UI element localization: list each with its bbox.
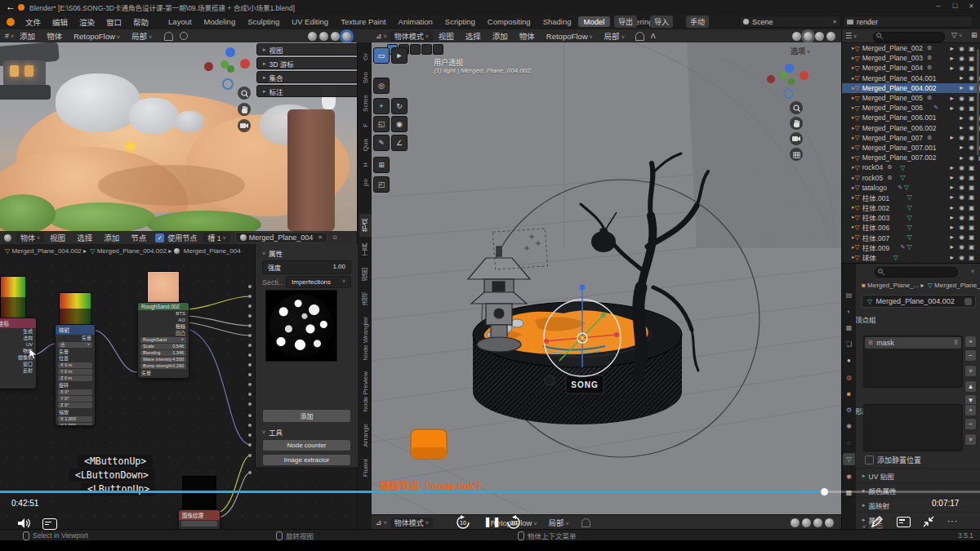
selectable-icon[interactable]: ► (959, 124, 964, 131)
danmaku-toggle-icon[interactable] (42, 518, 57, 530)
node-output-socket[interactable]: 粗糙 (138, 323, 189, 330)
outliner-row[interactable]: ▸ ▽ tatalogo ⚙ ✎ ▽ ► ◉ ▣ (842, 183, 980, 193)
node-input-socket[interactable]: 矢量 (138, 370, 189, 376)
annotate-tool-button[interactable]: ✎ (373, 135, 390, 151)
more-options-icon[interactable]: ··· (947, 517, 958, 526)
vector-field[interactable]: X 1.000 (58, 416, 92, 422)
danmaku-edit-icon[interactable] (871, 516, 883, 531)
outliner-row[interactable]: ▸ ▽ 球体 ⚙ ✎ ▽ ► ◉ ▣ (842, 252, 980, 262)
outliner-row[interactable]: ▸ ▽ Merged_Plane_007 ⚙ ✎ ▽ ► ◉ ▣ (842, 133, 980, 143)
hide-render-icon[interactable]: ▣ (969, 164, 974, 171)
tab-render[interactable]: ◐ (843, 305, 855, 318)
cursor-3d-tool-button[interactable]: ◎ (373, 78, 390, 94)
tab-physics[interactable]: ◌ (843, 437, 855, 449)
hide-render-icon[interactable]: ▣ (969, 134, 974, 141)
shading-solid-icon[interactable] (802, 518, 811, 527)
proportional-edit-icon[interactable] (180, 32, 188, 40)
selectable-icon[interactable]: ► (949, 204, 955, 211)
zoom-button[interactable] (790, 101, 803, 114)
pan-hand-button[interactable] (790, 117, 803, 130)
viewport-3d[interactable]: SONG (372, 42, 841, 514)
selectable-icon[interactable]: ► (949, 45, 955, 52)
mesh-data-name-field[interactable]: ▽ Merged_Plane_004.002 (862, 295, 976, 308)
shader-sidebar-tab[interactable]: Arrange (360, 419, 371, 451)
tool-button[interactable]: Node counter (262, 439, 351, 451)
outliner-row[interactable]: ▸ ▽ 柱体.001 ⚙ ✎ ▽ ► ◉ ▣ (842, 193, 980, 202)
orientation-selector[interactable]: 局部˅ (543, 517, 575, 528)
outliner-row[interactable]: ▸ ▽ 柱体.007 ⚙ ✎ ▽ ► ◉ ▣ (842, 233, 980, 242)
hide-viewport-icon[interactable]: ◉ (959, 193, 964, 201)
hide-viewport-icon[interactable]: ◉ (959, 134, 964, 141)
hide-render-icon[interactable]: ▣ (969, 214, 974, 221)
viewport-menu-item[interactable]: 选择 (460, 30, 487, 42)
selectable-icon[interactable]: ► (949, 55, 955, 62)
outliner-row[interactable]: ▸ ▽ Merged_Plane_007.002 ⚙ ✎ ▽ ► ◉ ▣ (842, 153, 980, 162)
workspace-tab[interactable]: Compositing (482, 16, 537, 27)
vector-field[interactable]: Z 0 m (58, 375, 92, 381)
shader-menu-item[interactable]: 视图 (44, 232, 71, 243)
shading-material-icon[interactable] (815, 32, 824, 41)
viewport-menu-item[interactable]: 视图 (433, 30, 460, 42)
forward-30-button[interactable]: 30 (506, 515, 521, 533)
menu-item[interactable]: 编辑 (47, 16, 74, 28)
viewport-menu-item[interactable]: 物体 (514, 30, 541, 42)
tab-particles[interactable]: ✱ (843, 420, 855, 433)
shrink-player-icon[interactable] (923, 516, 934, 531)
menu-item[interactable]: 窗口 (100, 16, 127, 28)
selectable-icon[interactable]: ► (949, 134, 955, 141)
outliner-row[interactable]: ▸ ▽ Merged_Plane_006.001 ⚙ ✎ ▽ ► ◉ ▣ (842, 113, 980, 122)
viewport-menu-item[interactable]: 添加 (487, 30, 514, 42)
selectable-icon[interactable]: ► (949, 233, 955, 241)
hide-viewport-icon[interactable]: ◉ (969, 74, 974, 82)
vector-field[interactable]: X 0 m (58, 362, 92, 368)
strength-slider[interactable]: 强度1.00 (262, 260, 351, 274)
selectable-icon[interactable]: ► (949, 95, 955, 102)
workspace-tab[interactable]: Sculpting (242, 16, 285, 27)
outliner-row[interactable]: ▸ ▽ Merged_Plane_004.002 ⚙ ✎ ▽ ► ◉ ▣ (842, 83, 980, 93)
selectable-icon[interactable]: ► (959, 114, 964, 122)
shader-menu-item[interactable]: 添加 (98, 232, 125, 243)
manual-button[interactable]: 手动 (686, 16, 709, 28)
fake-user-icon[interactable] (964, 298, 972, 305)
hide-render-icon[interactable]: ▣ (969, 233, 974, 241)
workspace-tab[interactable]: Animation (393, 16, 439, 27)
selectable-icon[interactable]: ► (949, 164, 955, 171)
orientation-selector[interactable]: 局部˅ (599, 30, 630, 42)
node-output-socket[interactable]: 窗口 (0, 361, 36, 367)
outliner-row[interactable]: ▸ ▽ Merged_Plane_006 ⚙ ✎ ▽ ► ◉ ▣ (842, 103, 980, 113)
workspace-tab[interactable]: Model (578, 16, 611, 27)
tab-tool[interactable]: ▤ (843, 289, 855, 301)
shading-solid-icon[interactable] (319, 32, 328, 41)
outliner-row[interactable]: ▸ ▽ rock05 ⚙ ✎ ▽ ► ◉ ▣ (842, 172, 980, 182)
shader-sidebar-tab[interactable]: Node Wrangler (360, 312, 371, 366)
camera-view-button[interactable] (790, 132, 803, 145)
selectable-icon[interactable]: ► (949, 243, 955, 251)
hide-render-icon[interactable]: ▣ (969, 64, 974, 72)
shader-sidebar-tab[interactable]: Node Preview (360, 367, 371, 417)
new-collection-icon[interactable]: ⊞ (971, 31, 978, 39)
node-image-texture[interactable]: 图像纹理 (178, 509, 220, 529)
hide-viewport-icon[interactable]: ◉ (959, 233, 964, 241)
node-field[interactable]: Blending1.346 (140, 350, 186, 356)
workspace-tab[interactable]: UV Editing (286, 16, 334, 27)
texture-preview[interactable] (265, 290, 337, 362)
vertex-groups-header[interactable]: ˅顶点组 (842, 313, 980, 326)
player-back-icon[interactable]: ← (6, 1, 16, 12)
selectable-icon[interactable]: ► (949, 193, 955, 201)
remove-shape-key-button[interactable]: − (964, 418, 977, 430)
mode-selector[interactable]: 物体模式˅ (390, 31, 433, 42)
navigation-gizmo[interactable] (203, 44, 252, 90)
shading-rendered-icon[interactable] (342, 32, 351, 41)
sidebar-tab[interactable]: Scree (360, 90, 371, 117)
vector-field[interactable]: X 0° (58, 389, 92, 395)
selectable-icon[interactable]: ► (949, 184, 955, 191)
tab-modifiers[interactable]: ⚙ (843, 404, 855, 416)
hide-viewport-icon[interactable]: ◉ (959, 254, 964, 261)
node-output-socket[interactable]: UV (0, 341, 36, 348)
rendered-viewport[interactable]: ▸视图▸3D 游标▸集合▸标注 (0, 42, 357, 231)
hide-render-icon[interactable]: ▣ (969, 224, 974, 231)
hide-viewport-icon[interactable]: ◉ (959, 104, 964, 112)
shape-keys-list[interactable] (863, 404, 963, 451)
node-output-socket[interactable]: 法向 (0, 335, 36, 341)
snap-magnet-icon[interactable] (164, 32, 173, 41)
